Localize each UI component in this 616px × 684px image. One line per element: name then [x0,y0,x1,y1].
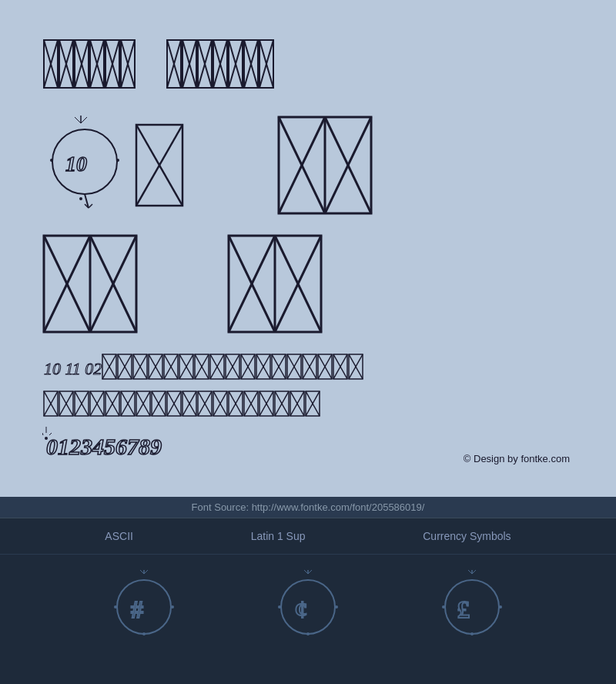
double-panel-svg-1 [277,116,373,216]
svg-point-187 [114,605,117,609]
glyph-row-2: 10 [42,116,373,219]
double-panel-svg-3 [227,234,323,334]
glyph-group-1 [42,39,142,92]
bottom-glyph-hash: # [109,570,179,639]
svg-point-45 [116,159,119,162]
glyph-pound-svg: £ [437,570,507,639]
svg-point-195 [278,605,281,609]
text-row-2 [42,390,350,422]
svg-text:£: £ [457,595,470,623]
glyph-group-2 [166,39,285,92]
font-source-bar: Font Source: http://www.fontke.com/font/… [0,497,616,518]
svg-text:10 11 02: 10 11 02 [44,359,102,378]
bottom-nav: ASCII Latin 1 Sup Currency Symbols [0,518,616,555]
svg-line-180 [42,433,43,435]
glyph-hash-svg: # [109,570,179,639]
double-panel-svg-2 [42,234,139,334]
svg-line-40 [75,117,81,123]
top-section: 10 [0,0,616,497]
svg-point-196 [335,605,338,609]
glyph-row-1 [42,39,285,92]
bottom-glyphs: # ¢ [0,555,616,655]
nav-item-currency[interactable]: Currency Symbols [423,530,511,542]
svg-text:¢: ¢ [295,595,307,623]
svg-line-49 [89,204,92,208]
text-row-1: 10 11 02 [42,353,381,385]
svg-line-41 [81,117,87,123]
bottom-section: Font Source: http://www.fontke.com/font/… [0,497,616,684]
copyright-text: © Design by fontke.com [464,453,570,464]
digit-row: 0123456789 [42,427,273,464]
svg-point-197 [306,632,310,635]
svg-text:#: # [131,595,143,623]
svg-point-201 [445,580,499,634]
bottom-glyph-cent: ¢ [273,570,343,639]
digit-row-svg: 0123456789 [42,427,273,461]
svg-point-185 [117,580,171,634]
glyph-cent-svg: ¢ [273,570,343,639]
font-source-text: Font Source: http://www.fontke.com/font/… [192,501,425,513]
svg-point-44 [50,159,53,162]
copyright-label: © Design by fontke.com [464,453,570,464]
svg-text:10: 10 [65,152,87,176]
svg-point-193 [281,580,335,634]
svg-point-204 [499,605,502,609]
nav-item-ascii[interactable]: ASCII [105,530,133,542]
glyph-double-panel-2 [42,234,139,337]
svg-point-178 [45,437,48,440]
svg-point-205 [470,632,474,635]
svg-point-46 [79,197,82,200]
glyph-group-1-svg [42,39,142,92]
glyph-double-panel-3 [227,234,323,337]
nav-item-latin1sup[interactable]: Latin 1 Sup [251,530,306,542]
bottom-glyph-pound: £ [437,570,507,639]
svg-point-203 [442,605,445,609]
text-row-1-svg: 10 11 02 [42,353,381,382]
svg-point-188 [171,605,174,609]
svg-point-189 [142,632,146,635]
single-xbox-right [135,123,185,208]
svg-text:0123456789: 0123456789 [46,434,162,459]
glyph-row-3 [42,234,323,337]
glyph-double-panel-1 [277,116,373,219]
decorative-10-glyph: 10 [42,116,135,216]
glyph-group-2-svg [166,39,285,92]
glyph-item-decorative: 10 [42,116,185,216]
text-row-2-svg [42,390,350,419]
